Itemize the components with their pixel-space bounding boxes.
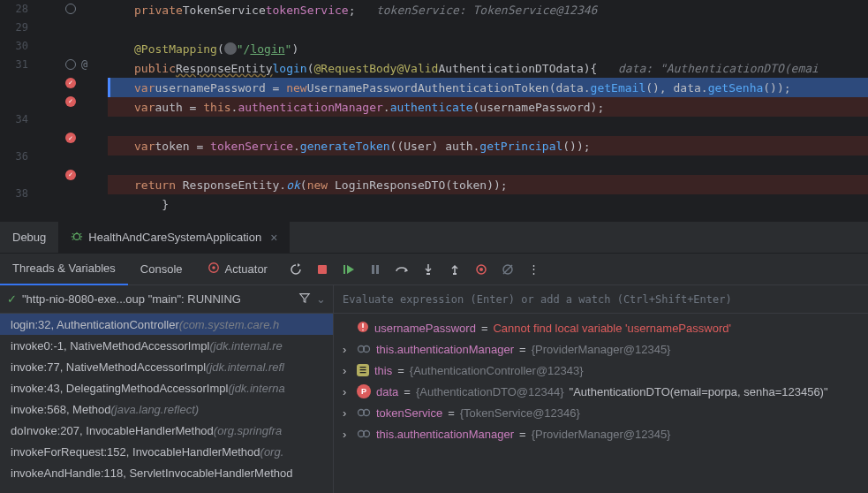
actuator-tab[interactable]: Actuator [195, 254, 280, 285]
variables-list[interactable]: usernamePassword = Cannot find local var… [334, 314, 868, 493]
code-line[interactable] [108, 117, 868, 136]
line-number: 38 [0, 184, 64, 202]
gutter-icon-row[interactable]: @ [64, 55, 108, 73]
gutter-icon-row[interactable] [64, 148, 108, 166]
filter-icon[interactable] [298, 292, 311, 307]
gutter-icon-row[interactable] [64, 184, 108, 202]
evaluate-expression-input[interactable]: Evaluate expression (Enter) or add a wat… [334, 285, 868, 314]
line-number: 31 [0, 55, 64, 73]
expand-icon[interactable]: › [343, 428, 351, 441]
parameter-icon: P [357, 384, 371, 398]
gutter-icon-row[interactable]: ✓ [64, 73, 108, 92]
code-line[interactable]: private TokenService tokenService; token… [108, 0, 868, 19]
gutter-icon-row[interactable] [64, 19, 108, 37]
frames-list[interactable]: login:32, AuthenticationController (com.… [0, 314, 333, 493]
variable-name: this [374, 364, 392, 377]
variables-panel: Evaluate expression (Enter) or add a wat… [334, 285, 868, 493]
app-run-tab[interactable]: HealthAndCareSystemApplication × [58, 222, 290, 254]
stack-frame[interactable]: invoke0:-1, NativeMethodAccessorImpl (jd… [0, 335, 333, 356]
step-into-icon[interactable] [421, 262, 435, 277]
stack-frame[interactable]: invokeForRequest:152, InvocableHandlerMe… [0, 441, 333, 462]
rerun-icon[interactable] [289, 262, 303, 277]
variable-row[interactable]: ›tokenService = {TokenService@12346} [334, 402, 868, 423]
resume-icon[interactable] [342, 262, 356, 277]
gutter-marker-icon[interactable] [65, 59, 76, 70]
more-icon[interactable]: ⋮ [527, 262, 541, 277]
expand-icon[interactable]: › [343, 406, 351, 420]
bug-icon [71, 230, 83, 245]
code-line[interactable] [108, 155, 868, 175]
variable-row[interactable]: ›this.authenticationManager = {ProviderM… [334, 423, 868, 444]
breakpoint-icon[interactable]: ✓ [65, 170, 76, 180]
error-icon [357, 321, 369, 336]
stop-icon[interactable] [315, 262, 329, 277]
object-icon [357, 343, 371, 356]
variable-row[interactable]: ›Pdata = {AuthenticationDTO@12344} "Auth… [334, 381, 868, 402]
variable-row[interactable]: ›this.authenticationManager = {ProviderM… [334, 338, 868, 360]
debug-tab[interactable]: Debug [0, 222, 58, 254]
line-number [0, 202, 64, 221]
gutter-icons[interactable]: @✓✓✓✓ [64, 0, 108, 221]
line-number: 28 [0, 0, 64, 19]
thread-selector[interactable]: ✓ "http-nio-8080-exe...oup "main": RUNNI… [0, 285, 333, 314]
threads-tab[interactable]: Threads & Variables [0, 254, 128, 285]
debug-tab-label: Debug [12, 231, 46, 244]
thread-status: "http-nio-8080-exe...oup "main": RUNNING [22, 292, 293, 306]
variable-name: usernamePassword [374, 322, 476, 335]
frames-panel: ✓ "http-nio-8080-exe...oup "main": RUNNI… [0, 285, 334, 493]
step-over-icon[interactable] [395, 262, 409, 277]
breakpoint-icon[interactable]: ✓ [65, 133, 76, 143]
code-line[interactable]: var auth = this.authenticationManager.au… [108, 97, 868, 117]
code-line[interactable]: } [108, 194, 868, 214]
variable-value: {ProviderManager@12345} [532, 428, 671, 441]
object-icon [357, 406, 371, 420]
line-number [0, 73, 64, 92]
breakpoints-icon[interactable] [474, 262, 488, 277]
code-line[interactable] [108, 19, 868, 39]
breakpoint-icon[interactable]: ✓ [65, 78, 76, 88]
line-number [0, 92, 64, 110]
gutter-icon-row[interactable]: ✓ [64, 92, 108, 110]
gutter-icon-row[interactable] [64, 37, 108, 56]
code-content[interactable]: private TokenService tokenService; token… [108, 0, 868, 221]
chevron-down-icon[interactable]: ⌄ [316, 292, 326, 306]
stack-frame[interactable]: invoke:77, NativeMethodAccessorImpl (jdk… [0, 356, 333, 377]
gutter-icon-row[interactable] [64, 110, 108, 129]
gutter-icon-row[interactable] [64, 202, 108, 221]
code-line[interactable]: var usernamePassword = new UsernamePassw… [108, 78, 868, 97]
stack-frame[interactable]: invoke:43, DelegatingMethodAccessorImpl … [0, 377, 333, 398]
variable-row[interactable]: ›☰this = {AuthenticationController@12343… [334, 360, 868, 381]
console-tab[interactable]: Console [128, 254, 195, 285]
variable-value: {TokenService@12346} [460, 406, 580, 420]
breakpoint-icon[interactable]: ✓ [65, 96, 76, 107]
svg-point-10 [479, 268, 483, 271]
actuator-icon [208, 262, 220, 277]
close-tab-icon[interactable]: × [270, 231, 277, 245]
code-line[interactable] [108, 214, 868, 221]
stack-frame[interactable]: doInvoke:207, InvocableHandlerMethod (or… [0, 420, 333, 441]
expand-icon[interactable]: › [343, 343, 351, 356]
variable-row[interactable]: usernamePassword = Cannot find local var… [334, 317, 868, 338]
variable-value: {ProviderManager@12345} [532, 343, 671, 356]
expand-icon[interactable]: › [343, 364, 351, 377]
step-out-icon[interactable] [448, 262, 462, 277]
stack-frame[interactable]: invokeAndHandle:118, ServletInvocableHan… [0, 462, 333, 483]
mute-breakpoints-icon[interactable] [501, 262, 515, 277]
code-line[interactable]: public ResponseEntity login(@RequestBody… [108, 58, 868, 78]
gutter-icon-row[interactable]: ✓ [64, 129, 108, 148]
gutter-icon-row[interactable]: ✓ [64, 165, 108, 184]
line-number: 30 [0, 37, 64, 56]
stack-frame[interactable]: invoke:568, Method (java.lang.reflect) [0, 398, 333, 420]
code-line[interactable]: var token = tokenService.generateToken((… [108, 136, 868, 155]
expand-icon[interactable]: › [343, 385, 351, 398]
gutter-marker-icon[interactable] [65, 4, 76, 14]
gutter-icon-row[interactable] [64, 0, 108, 19]
svg-rect-3 [318, 265, 327, 274]
annotation-gutter-icon[interactable]: @ [81, 58, 87, 71]
code-line[interactable]: return ResponseEntity.ok(new LoginRespon… [108, 175, 868, 194]
code-line[interactable]: @PostMapping("/login") [108, 39, 868, 58]
debug-content: ✓ "http-nio-8080-exe...oup "main": RUNNI… [0, 285, 868, 493]
code-editor[interactable]: 28293031343638 @✓✓✓✓ private TokenServic… [0, 0, 868, 221]
stack-frame[interactable]: login:32, AuthenticationController (com.… [0, 314, 333, 335]
pause-icon[interactable] [368, 262, 382, 277]
